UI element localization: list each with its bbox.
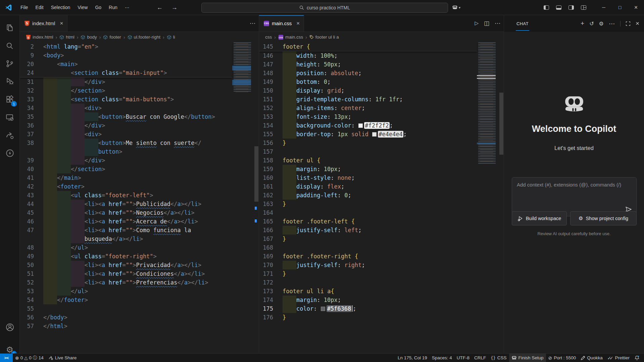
menu-edit[interactable]: Edit	[32, 0, 47, 15]
sidebar-item-accounts[interactable]	[0, 319, 19, 335]
breadcrumb-item[interactable]: body	[81, 35, 97, 40]
menu-selection[interactable]: Selection	[47, 0, 74, 15]
breadcrumb-item[interactable]: footer ul li a	[309, 35, 339, 40]
tab-index-html[interactable]: 5 index.html ×	[20, 15, 67, 32]
code-line: 157	[259, 147, 504, 156]
sidebar-item-run-debug[interactable]	[0, 73, 19, 90]
sidebar-item-source-control[interactable]	[0, 55, 19, 72]
copilot-titlebar-button[interactable]: ▾	[452, 5, 460, 10]
nav-forward-icon[interactable]: →	[171, 4, 178, 11]
sidebar-item-thunder-client[interactable]	[0, 145, 19, 161]
live-share-status[interactable]: Live Share	[46, 354, 79, 362]
code-line: 45<li><a href="">Negocios</a></li>	[20, 208, 259, 217]
sidebar-item-explorer[interactable]	[0, 19, 19, 36]
history-icon[interactable]: ↺	[589, 20, 594, 27]
build-workspace-label: Build workspace	[526, 216, 561, 221]
live-share-icon	[5, 131, 14, 140]
css-file-icon: CSS	[264, 21, 269, 26]
code-line: 176}	[259, 313, 504, 322]
sidebar-item-extensions[interactable]: 1	[0, 91, 19, 108]
problems-indicator[interactable]: ⊗ 0 △ 0 ⓘ 14	[13, 354, 46, 362]
close-icon[interactable]: ×	[60, 20, 63, 27]
minimap[interactable]	[232, 42, 254, 93]
breadcrumb-separator-icon: ›	[305, 35, 307, 40]
welcome-title: Welcome to Copilot	[532, 124, 616, 134]
editor-actions-more-icon[interactable]: ⋯	[250, 20, 255, 27]
prettier-status[interactable]: ✓✓ Prettier	[605, 354, 632, 362]
minimap[interactable]	[477, 42, 498, 164]
maximize-panel-icon[interactable]	[626, 21, 631, 26]
code-editor-main-css[interactable]: 145footer { 146width: 100%;147height: 50…	[259, 42, 504, 353]
code-editor-index-html[interactable]: 2<html lang="en">9<body>20 <main>24 <sec…	[20, 42, 259, 353]
scrollbar-left-editor[interactable]	[254, 42, 259, 353]
window-close-button[interactable]: ×	[628, 0, 644, 15]
show-project-config-button[interactable]: ⚙ Show project config	[570, 211, 637, 225]
split-editor-icon[interactable]: ◫	[484, 20, 489, 27]
remote-explorer-icon	[5, 113, 14, 122]
notifications-bell[interactable]	[632, 354, 642, 362]
search-icon	[299, 5, 304, 10]
code-line: 158footer ul {	[259, 156, 504, 165]
code-line: 37<div>	[20, 130, 259, 139]
window-minimize-button[interactable]: ─	[596, 0, 612, 15]
toggle-panel-icon[interactable]	[556, 5, 561, 10]
quokka-status[interactable]: Quokka	[578, 354, 605, 362]
toggle-primary-sidebar-icon[interactable]	[544, 5, 549, 10]
editor-actions-more-icon[interactable]: ⋯	[495, 20, 500, 27]
chat-settings-gear-icon[interactable]: ⚙	[599, 20, 604, 27]
build-workspace-button[interactable]: Build workspace	[512, 211, 567, 225]
tab-main-css[interactable]: CSS main.css ×	[259, 15, 304, 32]
code-line: 174margin: 10px;	[259, 296, 504, 304]
menu-run[interactable]: Run	[105, 0, 121, 15]
code-line: 24 <section class="main-input">	[20, 68, 232, 77]
breadcrumb-item[interactable]: 5index.html	[26, 35, 53, 40]
menu-file[interactable]: File	[17, 0, 32, 15]
indentation[interactable]: Spaces: 4	[430, 354, 454, 362]
nav-back-icon[interactable]: ←	[157, 4, 163, 11]
live-server-port[interactable]: ⊘ Port : 5500	[546, 354, 579, 362]
cursor-position[interactable]: Ln 175, Col 19	[395, 354, 430, 362]
sidebar-item-search[interactable]	[0, 38, 19, 54]
code-line: 152align-items: center;	[259, 104, 504, 112]
html-file-icon: 5	[24, 21, 30, 26]
sidebar-item-live-share[interactable]	[0, 127, 19, 144]
code-line: 154background-color: #f2f2f2;	[259, 121, 504, 130]
welcome-subtitle: Let's get started	[554, 145, 594, 151]
breadcrumb-separator-icon: ›	[56, 35, 57, 40]
copilot-finish-setup[interactable]: Finish Setup	[509, 354, 546, 362]
run-preview-icon[interactable]: ▷	[475, 20, 479, 26]
command-center-search[interactable]: curso practico HTML	[201, 3, 448, 13]
code-line: 145footer {	[259, 42, 477, 51]
cube-icon	[103, 35, 108, 40]
eol-sequence[interactable]: CRLF	[472, 354, 488, 362]
new-chat-icon[interactable]: +	[581, 20, 584, 27]
breadcrumb-item[interactable]: html	[59, 35, 75, 40]
chat-input[interactable]: Add context (#), extensions (@), command…	[512, 177, 637, 216]
breadcrumb-item[interactable]: ul.footer-right	[128, 35, 161, 40]
divider	[620, 21, 621, 27]
code-line: 33<section class="main-buttons">	[20, 95, 259, 104]
encoding[interactable]: UTF-8	[454, 354, 472, 362]
breadcrumb-item[interactable]: css	[265, 35, 272, 40]
breadcrumb-item[interactable]: CSSmain.css	[278, 35, 303, 40]
menu-view[interactable]: View	[74, 0, 91, 15]
toggle-secondary-sidebar-icon[interactable]	[568, 5, 574, 10]
remote-indicator[interactable]: ><	[0, 354, 13, 362]
scrollbar-right-editor[interactable]	[499, 42, 504, 353]
language-mode[interactable]: {} CSS	[488, 354, 509, 362]
breadcrumb-item[interactable]: footer	[103, 35, 121, 40]
info-icon: ⓘ	[33, 355, 37, 361]
show-project-config-label: Show project config	[586, 216, 628, 221]
window-maximize-button[interactable]: □	[612, 0, 628, 15]
close-panel-icon[interactable]: ×	[636, 20, 639, 27]
tab-chat[interactable]: CHAT	[516, 16, 529, 31]
chat-more-icon[interactable]: ⋯	[609, 20, 615, 28]
menu-more[interactable]: ⋯	[121, 0, 133, 15]
breadcrumb-item[interactable]: li	[167, 35, 175, 40]
close-icon[interactable]: ×	[296, 20, 300, 27]
sidebar-item-remote-explorer[interactable]	[0, 109, 19, 126]
customize-layout-icon[interactable]	[581, 5, 586, 10]
code-line: 148position: absolute;	[259, 69, 504, 77]
menu-go[interactable]: Go	[91, 0, 105, 15]
code-line: 50<li><a href="">Privacidad</a></li>	[20, 261, 259, 269]
